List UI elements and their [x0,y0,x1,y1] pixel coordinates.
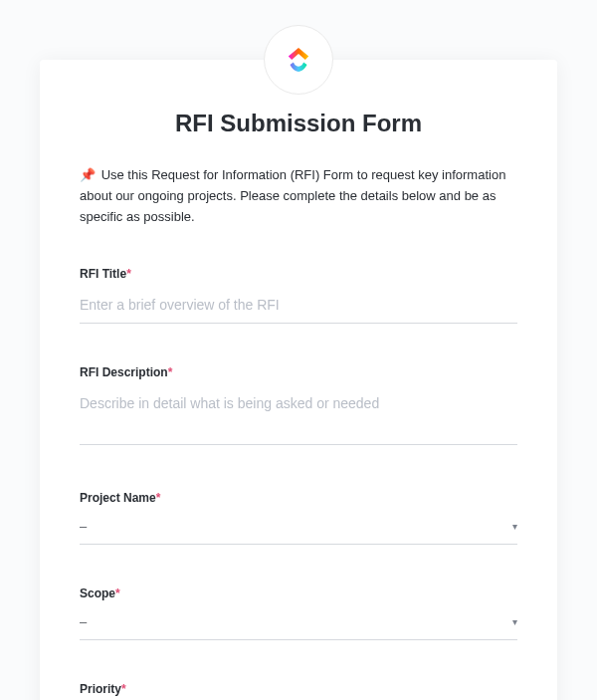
logo-container [264,25,333,95]
required-mark: * [168,365,173,379]
rfi-title-label: RFI Title* [80,267,517,281]
form-title: RFI Submission Form [80,110,517,137]
required-mark: * [126,267,131,281]
scope-value: – [80,614,87,629]
rfi-form-card: RFI Submission Form 📌 Use this Request f… [40,60,557,700]
project-name-select[interactable]: – ▾ [80,515,517,545]
form-intro: 📌 Use this Request for Information (RFI)… [80,165,517,227]
chevron-down-icon: ▾ [512,616,517,627]
project-name-value: – [80,519,87,534]
rfi-title-input[interactable] [80,291,517,324]
pushpin-icon: 📌 [80,167,96,182]
priority-label: Priority* [80,682,517,696]
project-name-field: Project Name* – ▾ [80,491,517,545]
required-mark: * [156,491,161,505]
project-name-label: Project Name* [80,491,517,505]
rfi-title-field: RFI Title* [80,267,517,324]
scope-label: Scope* [80,586,517,600]
scope-select[interactable]: – ▾ [80,610,517,640]
priority-field: Priority* ⚑Select Priority ▾ [80,682,517,700]
rfi-description-label: RFI Description* [80,365,517,379]
chevron-down-icon: ▾ [512,521,517,532]
rfi-description-input[interactable] [80,389,517,445]
intro-text: Use this Request for Information (RFI) F… [80,167,505,224]
required-mark: * [121,682,126,696]
clickup-logo-icon [282,43,315,77]
scope-field: Scope* – ▾ [80,586,517,640]
required-mark: * [115,586,120,600]
rfi-description-field: RFI Description* [80,365,517,449]
